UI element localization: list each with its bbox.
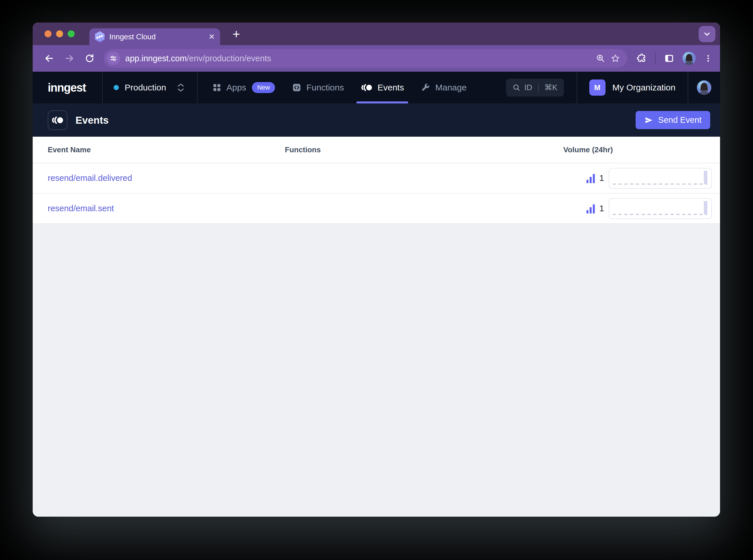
tab-strip: Inngest Cloud ✕ + [33,22,720,45]
search-box[interactable]: ID ⌘K [506,79,564,97]
event-name-link[interactable]: resend/email.delivered [33,173,285,183]
forward-arrow-icon [64,54,74,63]
volume-cell: 1 [563,198,720,219]
event-name-link[interactable]: resend/email.sent [33,204,285,213]
logo-wrap[interactable]: inngest [33,72,102,103]
organization-menu[interactable]: M My Organization [577,72,688,103]
chevron-updown-icon [177,83,185,92]
search-id-label: ID [524,83,533,92]
volume-count: 1 [599,204,604,213]
url-text[interactable]: app.inngest.com/env/production/events [125,54,591,63]
sparkline-baseline [613,183,707,185]
tab-events-label: Events [378,83,404,93]
send-event-button[interactable]: Send Event [636,111,710,129]
avatar-photo [682,52,696,65]
sparkline-baseline [613,214,707,215]
manage-wrench-icon [421,83,430,93]
browser-tab[interactable]: Inngest Cloud ✕ [89,28,220,45]
tab-manage[interactable]: Manage [421,72,466,103]
back-button[interactable] [40,49,58,67]
traffic-lights [44,31,75,37]
tab-functions[interactable]: Functions [292,72,344,103]
zoom-window-button[interactable] [67,31,75,37]
close-window-button[interactable] [44,31,52,37]
app-nav-bar: inngest Production Apps New [33,72,720,103]
volume-count: 1 [599,173,604,183]
site-settings-button[interactable] [107,52,120,65]
organization-name: My Organization [613,83,676,93]
functions-code-icon [292,83,302,93]
send-plane-icon [644,116,654,125]
side-panel-icon[interactable] [664,53,674,64]
reload-button[interactable] [81,49,99,67]
events-stream-icon [51,115,64,125]
toolbar-right-group [632,52,713,65]
env-status-dot [114,85,119,90]
empty-content-area [33,224,720,517]
user-avatar[interactable] [697,80,711,95]
apps-grid-icon [212,83,222,93]
tab-events[interactable]: Events [361,72,404,103]
volume-sparkline [609,198,712,219]
nav-tabs: Apps New Functions Events [197,72,506,103]
sparkline-bar [704,171,707,184]
organization-badge: M [589,79,605,96]
table-row[interactable]: resend/email.delivered 1 [33,163,720,194]
send-event-label: Send Event [658,115,701,125]
toolbar-divider [655,53,656,64]
table-row[interactable]: resend/email.sent 1 [33,194,720,224]
column-functions: Functions [285,145,563,154]
extensions-icon[interactable] [636,53,647,64]
avatar-photo [697,80,711,95]
url-path: /env/production/events [187,54,271,63]
profile-wrap [688,72,720,103]
browser-window: Inngest Cloud ✕ + [33,22,720,517]
volume-sparkline [609,168,712,189]
events-stream-icon [361,83,373,93]
search-divider [538,83,539,92]
search-shortcut: ⌘K [544,83,558,92]
kebab-menu-icon[interactable] [704,54,713,63]
volume-cell: 1 [563,168,720,189]
column-event-name: Event Name [33,145,285,154]
zoom-in-icon[interactable] [596,54,605,63]
back-arrow-icon [44,54,54,63]
bookmark-star-icon[interactable] [611,54,620,63]
column-volume: Volume (24hr) [563,145,720,154]
new-tab-button[interactable]: + [228,26,244,42]
new-badge: New [252,82,275,93]
tab-close-icon[interactable]: ✕ [209,33,215,40]
tab-manage-label: Manage [435,83,466,93]
search-icon [513,83,521,92]
bar-chart-icon [586,204,595,214]
page-icon-box [48,111,67,130]
inngest-logo: inngest [48,81,86,94]
chevron-down-icon [703,30,711,38]
tab-search-button[interactable] [699,26,715,42]
reload-icon [85,54,95,63]
environment-selector[interactable]: Production [103,72,197,103]
env-label: Production [124,83,166,93]
tab-title: Inngest Cloud [109,32,204,41]
minimize-window-button[interactable] [56,31,63,37]
page-title: Events [76,115,628,126]
bar-chart-icon [586,173,595,183]
forward-button[interactable] [60,49,78,67]
inngest-favicon-icon [95,31,105,42]
url-bar[interactable]: app.inngest.com/env/production/events [104,49,627,67]
page-header: Events Send Event [33,103,720,137]
browser-toolbar: app.inngest.com/env/production/events [33,45,720,72]
table-header: Event Name Functions Volume (24hr) [33,137,720,163]
tab-functions-label: Functions [306,83,344,93]
tab-apps-label: Apps [227,83,246,93]
browser-profile-avatar[interactable] [682,52,696,65]
sparkline-bar [704,201,707,214]
tune-icon [110,55,117,62]
tab-apps[interactable]: Apps New [212,72,275,103]
events-tab-underline [356,101,408,103]
url-host: app.inngest.com [125,54,187,63]
